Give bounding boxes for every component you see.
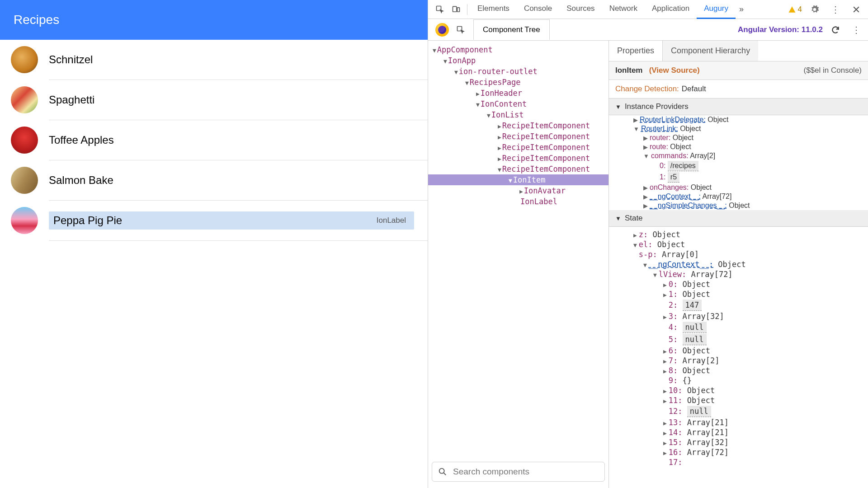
tree-node[interactable]: ▼ion-router-outlet (428, 66, 609, 77)
settings-icon[interactable] (807, 1, 823, 18)
recipe-item[interactable]: Salmon Bake (0, 160, 428, 200)
editable-value[interactable]: /recipes (668, 161, 698, 171)
chevron-right-icon: ▶ (519, 188, 523, 195)
property-row[interactable]: ▶__ngSimpleChanges__: Object (609, 201, 868, 210)
refresh-icon[interactable] (827, 22, 844, 38)
property-row[interactable]: ▶7: Array[2] (609, 356, 868, 366)
editable-value[interactable]: null (683, 322, 707, 333)
devtools-tab-console[interactable]: Console (517, 0, 559, 19)
chevron-right-icon: ▶ (633, 117, 638, 123)
tree-node[interactable]: ▼RecipesPage (428, 77, 609, 88)
property-row[interactable]: ▶10: Object (609, 385, 868, 395)
chevron-right-icon: ▶ (643, 135, 648, 141)
chevron-down-icon: ▼ (633, 126, 639, 132)
editable-value[interactable]: 147 (683, 300, 702, 311)
chevron-down-icon: ▼ (643, 262, 647, 268)
property-row[interactable]: ▼lView: Array[72] (609, 269, 868, 279)
close-icon[interactable] (848, 1, 864, 18)
component-tree[interactable]: ▼AppComponent▼IonApp▼ion-router-outlet▼R… (428, 41, 609, 457)
property-row[interactable]: ▼commands: Array[2] (609, 151, 868, 160)
augury-menu-icon[interactable]: ⋮ (848, 21, 864, 39)
devtools-tab-elements[interactable]: Elements (470, 0, 517, 19)
tree-node[interactable]: IonLabel (428, 196, 609, 207)
chevron-down-icon: ▼ (476, 101, 480, 108)
tree-node[interactable]: ▼IonContent (428, 99, 609, 109)
recipe-item[interactable]: Schnitzel (0, 40, 428, 80)
tree-node[interactable]: ▼IonList (428, 109, 609, 120)
state-section[interactable]: ▼ State (609, 210, 868, 227)
property-row[interactable]: ▶onChanges: Object (609, 183, 868, 192)
property-row[interactable]: ▶route: Object (609, 142, 868, 151)
property-row[interactable]: ▶6: Object (609, 346, 868, 356)
property-row[interactable]: ▶12: null (609, 405, 868, 418)
property-row[interactable]: ▶1: Object (609, 289, 868, 299)
chevron-down-icon: ▼ (643, 153, 649, 160)
recipe-item[interactable]: Peppa Pig PieIonLabel (0, 201, 428, 240)
property-row[interactable]: ▶17: (609, 457, 868, 467)
component-tree-tab[interactable]: Component Tree (473, 19, 550, 40)
props-tab-properties[interactable]: Properties (609, 41, 663, 61)
property-row[interactable]: ▶0: Object (609, 279, 868, 289)
tree-node[interactable]: ▼RecipeItemComponent (428, 164, 609, 174)
property-row[interactable]: ▶0: /recipes (609, 160, 868, 172)
more-tabs-icon[interactable]: » (736, 1, 747, 18)
chevron-right-icon: ▶ (498, 155, 501, 162)
editable-value[interactable]: null (687, 406, 711, 417)
property-row[interactable]: ▶8: Object (609, 366, 868, 375)
property-row[interactable]: ▶1: r5 (609, 172, 868, 183)
warnings-badge[interactable]: 4 (788, 5, 802, 14)
chevron-right-icon: ▶ (663, 398, 667, 404)
tree-node[interactable]: ▶IonAvatar (428, 185, 609, 196)
property-row[interactable]: ▶15: Array[32] (609, 437, 868, 447)
devtools-tab-augury[interactable]: Augury (697, 0, 736, 19)
property-row[interactable]: ▶2: 147 (609, 299, 868, 311)
property-row[interactable]: ▶13: Array[21] (609, 418, 868, 427)
tree-node[interactable]: ▼IonApp (428, 55, 609, 66)
property-row[interactable]: ▶9: {} (609, 375, 868, 385)
property-row[interactable]: ▶s-p: Array[0] (609, 249, 868, 259)
props-tab-component-hierarchy[interactable]: Component Hierarchy (663, 41, 758, 61)
property-row[interactable]: ▶__ngContext__: Array[72] (609, 192, 868, 201)
tree-node[interactable]: ▶RecipeItemComponent (428, 131, 609, 142)
property-row[interactable]: ▶3: Array[32] (609, 311, 868, 321)
tree-node[interactable]: ▼IonItem (428, 174, 609, 185)
property-row[interactable]: ▶14: Array[21] (609, 427, 868, 437)
property-row[interactable]: ▼RouterLink: Object (609, 124, 868, 133)
kebab-menu-icon[interactable]: ⋮ (827, 0, 844, 19)
selected-component-name: IonItem (615, 66, 642, 75)
inspect-element-icon[interactable] (432, 1, 448, 18)
avatar (11, 207, 38, 234)
search-components[interactable] (432, 462, 605, 482)
view-source-link[interactable]: (View Source) (649, 66, 700, 75)
properties-tabs: PropertiesComponent Hierarchy (609, 41, 868, 61)
state-body: ▶z: Object▼el: Object▶s-p: Array[0]▼__ng… (609, 227, 868, 488)
property-row[interactable]: ▶11: Object (609, 395, 868, 405)
devtools-tab-sources[interactable]: Sources (559, 0, 602, 19)
chevron-right-icon: ▶ (643, 184, 648, 191)
search-input[interactable] (453, 467, 599, 477)
property-row[interactable]: ▶RouterLinkDelegate: Object (609, 115, 868, 124)
tree-node[interactable]: ▼AppComponent (428, 44, 609, 55)
property-row[interactable]: ▶16: Array[72] (609, 447, 868, 457)
augury-logo-icon (435, 23, 449, 37)
recipe-item[interactable]: Toffee Apples (0, 120, 428, 160)
editable-value[interactable]: r5 (668, 172, 679, 183)
property-row[interactable]: ▶5: null (609, 333, 868, 346)
instance-providers-section[interactable]: ▼ Instance Providers (609, 99, 868, 115)
recipe-item[interactable]: Spaghetti (0, 80, 428, 120)
tree-node[interactable]: ▶RecipeItemComponent (428, 142, 609, 153)
devtools-tab-application[interactable]: Application (645, 0, 697, 19)
tree-node[interactable]: ▶RecipeItemComponent (428, 120, 609, 131)
avatar (11, 127, 38, 154)
property-row[interactable]: ▶z: Object (609, 230, 868, 239)
tree-node[interactable]: ▶IonHeader (428, 88, 609, 99)
tree-node[interactable]: ▶RecipeItemComponent (428, 153, 609, 164)
devtools-tab-network[interactable]: Network (602, 0, 645, 19)
property-row[interactable]: ▶router: Object (609, 133, 868, 142)
property-row[interactable]: ▶4: null (609, 321, 868, 333)
device-toolbar-icon[interactable] (448, 1, 464, 18)
inspect-component-icon[interactable] (453, 22, 469, 38)
property-row[interactable]: ▼__ngContext__: Object (609, 259, 868, 269)
property-row[interactable]: ▼el: Object (609, 239, 868, 249)
editable-value[interactable]: null (683, 334, 707, 345)
